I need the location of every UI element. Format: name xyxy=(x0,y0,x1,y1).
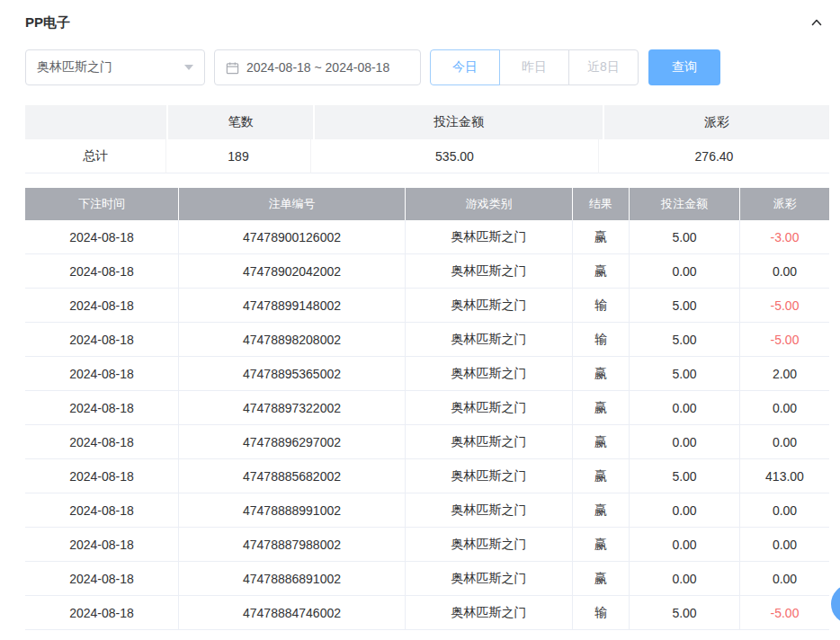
cell-bet-amount: 5.00 xyxy=(630,323,740,356)
cell-bet-time: 2024-08-18 xyxy=(25,289,179,322)
cell-payout: -5.00 xyxy=(740,596,829,629)
cell-bet-amount: 5.00 xyxy=(630,289,740,322)
last-8-days-button[interactable]: 近8日 xyxy=(568,49,639,85)
cell-bet-time: 2024-08-18 xyxy=(25,596,179,629)
summary-total-label: 总计 xyxy=(25,139,166,173)
cell-bet-amount: 0.00 xyxy=(630,562,740,595)
bet-table-header: 下注时间 注单编号 游戏类别 结果 投注金额 派彩 xyxy=(25,188,829,220)
cell-bet-time: 2024-08-18 xyxy=(25,459,179,493)
cell-result: 赢 xyxy=(573,528,630,561)
table-row: 2024-08-1847478886891002奥林匹斯之门赢0.000.00 xyxy=(25,562,829,596)
cell-payout: 0.00 xyxy=(740,528,829,561)
summary-total-payout: 276.40 xyxy=(599,139,829,173)
table-row: 2024-08-1847478898208002奥林匹斯之门输5.00-5.00 xyxy=(25,323,829,357)
cell-result: 赢 xyxy=(573,254,630,288)
cell-bet-time: 2024-08-18 xyxy=(25,220,179,253)
cell-game-type: 奥林匹斯之门 xyxy=(406,425,573,458)
bet-table: 下注时间 注单编号 游戏类别 结果 投注金额 派彩 2024-08-184747… xyxy=(25,188,829,630)
table-row: 2024-08-1847478895365002奥林匹斯之门赢5.002.00 xyxy=(25,357,829,391)
cell-bet-number: 47478886891002 xyxy=(179,562,406,595)
yesterday-button[interactable]: 昨日 xyxy=(499,49,569,85)
summary-header-bet-amount: 投注金额 xyxy=(315,105,603,139)
date-range-value: 2024-08-18 ~ 2024-08-18 xyxy=(246,60,389,75)
summary-total-count: 189 xyxy=(166,139,311,173)
cell-result: 输 xyxy=(573,289,630,322)
table-row: 2024-08-1847478888991002奥林匹斯之门赢0.000.00 xyxy=(25,493,829,528)
cell-bet-number: 47478885682002 xyxy=(179,459,406,493)
today-button[interactable]: 今日 xyxy=(430,49,500,85)
table-row: 2024-08-1847478885682002奥林匹斯之门赢5.00413.0… xyxy=(25,459,829,493)
cell-bet-time: 2024-08-18 xyxy=(25,425,179,458)
cell-game-type: 奥林匹斯之门 xyxy=(406,596,573,629)
cell-game-type: 奥林匹斯之门 xyxy=(406,357,573,390)
cell-result: 输 xyxy=(573,596,630,629)
cell-game-type: 奥林匹斯之门 xyxy=(406,562,573,595)
cell-game-type: 奥林匹斯之门 xyxy=(406,391,573,424)
cell-result: 赢 xyxy=(573,493,630,527)
cell-bet-number: 47478888991002 xyxy=(179,493,406,527)
cell-bet-amount: 5.00 xyxy=(630,596,740,629)
cell-game-type: 奥林匹斯之门 xyxy=(406,493,573,527)
cell-bet-number: 47478887988002 xyxy=(179,528,406,561)
table-row: 2024-08-1847478896297002奥林匹斯之门赢0.000.00 xyxy=(25,425,829,459)
summary-header-payout: 派彩 xyxy=(604,105,829,139)
header-bet-amount: 投注金额 xyxy=(630,188,740,220)
cell-bet-amount: 0.00 xyxy=(630,254,740,288)
quick-date-button-group: 今日 昨日 近8日 xyxy=(430,49,639,85)
cell-payout: 0.00 xyxy=(740,493,829,527)
cell-result: 赢 xyxy=(573,220,630,253)
cell-bet-amount: 0.00 xyxy=(630,425,740,458)
cell-result: 输 xyxy=(573,323,630,356)
cell-bet-number: 47478898208002 xyxy=(179,323,406,356)
header-game-type: 游戏类别 xyxy=(406,188,573,220)
cell-bet-number: 47478896297002 xyxy=(179,425,406,458)
cell-bet-number: 47478900126002 xyxy=(179,220,406,253)
cell-payout: 0.00 xyxy=(740,254,829,288)
table-row: 2024-08-1847478899148002奥林匹斯之门输5.00-5.00 xyxy=(25,289,829,323)
cell-bet-time: 2024-08-18 xyxy=(25,562,179,595)
chevron-down-icon xyxy=(184,65,193,70)
cell-bet-time: 2024-08-18 xyxy=(25,528,179,561)
cell-bet-number: 47478895365002 xyxy=(179,357,406,390)
header-bet-time: 下注时间 xyxy=(25,188,179,220)
cell-game-type: 奥林匹斯之门 xyxy=(406,528,573,561)
cell-bet-number: 47478899148002 xyxy=(179,289,406,322)
cell-payout: 413.00 xyxy=(740,459,829,493)
summary-table: 笔数 投注金额 派彩 总计 189 535.00 276.40 xyxy=(25,105,829,173)
table-row: 2024-08-1847478887988002奥林匹斯之门赢0.000.00 xyxy=(25,528,829,562)
cell-payout: 0.00 xyxy=(740,425,829,458)
cell-game-type: 奥林匹斯之门 xyxy=(406,323,573,356)
cell-result: 赢 xyxy=(573,425,630,458)
cell-bet-time: 2024-08-18 xyxy=(25,323,179,356)
filter-bar: 奥林匹斯之门 2024-08-18 ~ 2024-08-18 今日 昨日 近8日… xyxy=(25,49,829,85)
cell-payout: -5.00 xyxy=(740,289,829,322)
game-select[interactable]: 奥林匹斯之门 xyxy=(25,49,205,85)
cell-result: 赢 xyxy=(573,357,630,390)
cell-bet-time: 2024-08-18 xyxy=(25,357,179,390)
cell-bet-amount: 0.00 xyxy=(630,493,740,527)
collapse-button[interactable] xyxy=(809,15,824,30)
table-row: 2024-08-1847478897322002奥林匹斯之门赢0.000.00 xyxy=(25,391,829,425)
query-button[interactable]: 查询 xyxy=(648,49,720,85)
cell-payout: 2.00 xyxy=(740,357,829,390)
cell-payout: 0.00 xyxy=(740,562,829,595)
summary-header-blank xyxy=(25,105,166,139)
cell-payout: -5.00 xyxy=(740,323,829,356)
cell-game-type: 奥林匹斯之门 xyxy=(406,459,573,493)
cell-bet-time: 2024-08-18 xyxy=(25,254,179,288)
chevron-up-icon xyxy=(809,15,824,30)
cell-game-type: 奥林匹斯之门 xyxy=(406,289,573,322)
cell-bet-time: 2024-08-18 xyxy=(25,493,179,527)
cell-payout: 0.00 xyxy=(740,391,829,424)
table-row: 2024-08-1847478902042002奥林匹斯之门赢0.000.00 xyxy=(25,254,829,289)
summary-header-row: 笔数 投注金额 派彩 xyxy=(25,105,829,139)
panel-header: PP电子 xyxy=(25,13,829,32)
cell-bet-number: 47478897322002 xyxy=(179,391,406,424)
header-payout: 派彩 xyxy=(740,188,829,220)
table-row: 2024-08-1847478884746002奥林匹斯之门输5.00-5.00 xyxy=(25,596,829,630)
date-range-input[interactable]: 2024-08-18 ~ 2024-08-18 xyxy=(214,49,421,85)
cell-result: 赢 xyxy=(573,391,630,424)
cell-result: 赢 xyxy=(573,562,630,595)
header-bet-number: 注单编号 xyxy=(179,188,406,220)
cell-bet-amount: 5.00 xyxy=(630,459,740,493)
